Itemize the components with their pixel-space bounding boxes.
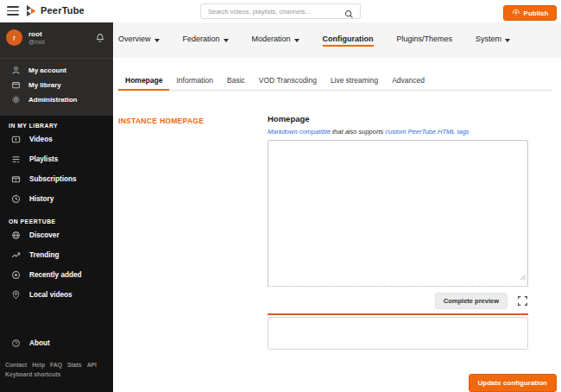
map-pin-icon <box>11 290 21 300</box>
chevron-down-icon <box>294 39 299 42</box>
top-bar: PeerTube Publish <box>0 0 561 22</box>
video-play-icon <box>11 135 21 144</box>
footer-link-api[interactable]: API <box>87 362 97 368</box>
tab-homepage[interactable]: Homepage <box>118 73 169 91</box>
upload-icon <box>512 8 520 18</box>
trending-up-icon <box>11 250 21 260</box>
footer-links: Contact Help FAQ Stats API <box>5 362 113 368</box>
sidebar-item-trending[interactable]: Trending <box>0 249 113 262</box>
history-clock-icon <box>11 194 21 204</box>
peertube-logo-icon[interactable] <box>25 4 36 17</box>
search-icon[interactable] <box>344 7 354 22</box>
user-block: r root @root <box>0 22 113 59</box>
section-title-on-peertube: ON PEERTUBE <box>9 218 113 224</box>
sidebar-item-my-library[interactable]: My library <box>0 78 113 92</box>
maximize-icon[interactable] <box>517 295 528 307</box>
sidebar-item-history[interactable]: History <box>0 193 113 205</box>
sidebar-item-local-videos[interactable]: Local videos <box>0 288 113 301</box>
avatar[interactable]: r <box>6 29 22 46</box>
notifications-bell-icon[interactable] <box>95 32 105 47</box>
hamburger-menu-icon[interactable] <box>7 6 19 16</box>
nav-item-configuration[interactable]: Configuration <box>323 35 374 47</box>
search-box <box>200 3 361 19</box>
footer-link-faq[interactable]: FAQ <box>50 362 62 368</box>
tab-information[interactable]: Information <box>169 73 220 91</box>
subscriptions-icon <box>11 174 21 184</box>
gear-icon <box>11 95 21 104</box>
nav-item-system[interactable]: System <box>476 35 510 47</box>
chevron-down-icon <box>154 39 160 42</box>
footer-link-help[interactable]: Help <box>32 362 45 368</box>
plus-circle-icon <box>11 270 21 280</box>
nav-item-federation[interactable]: Federation <box>183 35 229 47</box>
question-circle-icon <box>11 338 21 348</box>
user-name[interactable]: root <box>28 30 42 38</box>
footer-link-stats[interactable]: Stats <box>67 362 82 368</box>
peertube-html-tags-link[interactable]: custom PeerTube HTML tags <box>385 128 469 136</box>
resize-grip-icon[interactable] <box>519 269 526 284</box>
config-subtabs: Homepage Information Basic VOD Transcodi… <box>118 73 552 91</box>
folder-icon <box>11 80 21 90</box>
sidebar-item-subscriptions[interactable]: Subscriptions <box>0 173 113 186</box>
tab-vod-transcoding[interactable]: VOD Transcoding <box>252 73 324 91</box>
section-label-instance-homepage: INSTANCE HOMEPAGE <box>118 117 204 125</box>
update-configuration-button[interactable]: Update configuration <box>469 374 557 392</box>
footer-link-contact[interactable]: Contact <box>5 362 27 368</box>
search-input[interactable] <box>208 4 344 18</box>
section-title-in-my-library: IN MY LIBRARY <box>9 123 113 129</box>
admin-nav: Overview Federation Moderation Configura… <box>113 22 561 58</box>
playlist-icon <box>11 155 21 164</box>
nav-item-moderation[interactable]: Moderation <box>252 35 299 47</box>
chevron-down-icon <box>505 39 510 42</box>
user-icon <box>11 66 21 75</box>
sidebar-item-my-account[interactable]: My account <box>0 63 113 78</box>
field-label-homepage: Homepage <box>268 114 528 123</box>
sidebar-item-about[interactable]: About <box>0 337 113 350</box>
markdown-compatible-link[interactable]: Markdown compatible <box>268 128 331 136</box>
sidebar: r root @root My account My library Admin… <box>0 22 113 392</box>
sidebar-item-administration[interactable]: Administration <box>0 92 113 107</box>
error-separator <box>268 313 528 315</box>
user-handle: @root <box>28 39 45 45</box>
footer-links-secondary: Keyboard shortcuts <box>5 371 113 377</box>
homepage-markdown-textarea[interactable] <box>268 140 528 287</box>
complete-preview-button[interactable]: Complete preview <box>435 293 507 309</box>
homepage-form: Homepage Markdown compatible that also s… <box>268 114 528 350</box>
sidebar-item-videos[interactable]: Videos <box>0 133 113 146</box>
tab-live-streaming[interactable]: Live streaming <box>324 73 385 91</box>
nav-item-overview[interactable]: Overview <box>118 35 160 47</box>
sidebar-item-recently-added[interactable]: Recently added <box>0 269 113 281</box>
chevron-down-icon <box>224 39 229 42</box>
markdown-preview-pane <box>268 317 528 350</box>
markdown-hint: Markdown compatible that also supports c… <box>268 128 528 136</box>
nav-item-plugins-themes[interactable]: Plugins/Themes <box>397 35 453 47</box>
sidebar-item-discover[interactable]: Discover <box>0 229 113 242</box>
brand-title[interactable]: PeerTube <box>41 5 85 16</box>
footer-link-shortcuts[interactable]: Keyboard shortcuts <box>5 371 60 377</box>
tab-advanced[interactable]: Advanced <box>385 73 432 91</box>
tab-basic[interactable]: Basic <box>220 73 252 91</box>
sidebar-item-playlists[interactable]: Playlists <box>0 153 113 166</box>
publish-button[interactable]: Publish <box>503 5 557 21</box>
globe-icon <box>11 231 21 240</box>
